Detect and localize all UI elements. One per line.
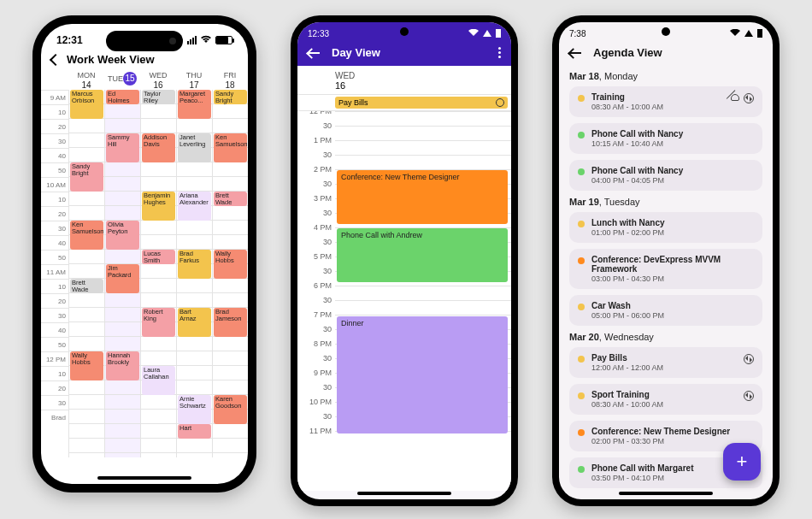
calendar-event[interactable]: Sammy Hill — [106, 133, 139, 162]
calendar-event[interactable]: Wally Hobbs — [70, 351, 103, 380]
allday-event-title: Pay Bills — [338, 98, 368, 107]
week-col-2[interactable]: Taylor RileyAddison DavisBenjamin Hughes… — [140, 90, 176, 457]
ios-time: 12:31 — [56, 34, 83, 46]
category-dot — [578, 257, 585, 264]
agenda-item[interactable]: Lunch with Nancy01:00 PM - 02:00 PM — [569, 212, 762, 243]
week-grid[interactable]: 9 AM102030405010 AM102030405011 AM102030… — [41, 90, 248, 457]
calendar-event[interactable]: Robert King — [142, 308, 175, 337]
calendar-event[interactable]: Lucas Smith — [142, 250, 175, 264]
wifi-icon — [200, 34, 212, 46]
loop-icon — [744, 354, 754, 364]
calendar-event[interactable]: Phone Call with Andrew — [337, 228, 508, 282]
battery-icon — [496, 29, 501, 38]
agenda-item[interactable]: Training08:30 AM - 10:00 AM — [569, 86, 762, 117]
agenda-item[interactable]: Phone Call with Nancy04:00 PM - 04:05 PM — [569, 160, 762, 191]
calendar-event[interactable]: Marcus Orbison — [70, 90, 103, 119]
wifi-icon — [468, 29, 479, 38]
calendar-event[interactable]: Laura Callahan — [142, 366, 175, 395]
category-dot — [578, 304, 585, 310]
calendar-event[interactable]: Arnie Schwartz — [178, 395, 211, 424]
android-agenda-frame: 7:38 Agenda View Mar 18, MondayTraining0… — [552, 15, 780, 506]
calendar-event[interactable]: Margaret Peaco... — [178, 90, 211, 119]
calendar-event[interactable]: Hannah Brookly — [106, 351, 139, 380]
agenda-item[interactable]: Car Wash05:00 PM - 06:00 PM — [569, 295, 762, 326]
calendar-event[interactable]: Olivia Peyton — [106, 221, 139, 250]
calendar-event[interactable]: Ken Samuelson — [70, 221, 103, 250]
weekday-mon[interactable]: MON14 — [68, 71, 104, 90]
plus-icon: + — [737, 451, 748, 473]
day-column-header: WED 16 — [297, 66, 511, 95]
category-dot — [578, 132, 585, 139]
weekday-thu[interactable]: THU17 — [176, 71, 212, 90]
agenda-list[interactable]: Mar 18, MondayTraining08:30 AM - 10:00 A… — [559, 66, 773, 492]
week-col-3[interactable]: Margaret Peaco...Janet LeverlingAriana A… — [176, 90, 212, 457]
fab-add-button[interactable]: + — [723, 443, 761, 481]
agenda-day-header: Mar 18, Monday — [569, 71, 762, 81]
calendar-event[interactable]: Brett Wade — [70, 279, 103, 293]
weekday-wed[interactable]: WED16 — [140, 71, 176, 90]
calendar-event[interactable]: Hart — [178, 424, 211, 439]
allday-event[interactable]: Pay Bills — [335, 97, 508, 109]
category-dot — [578, 429, 585, 436]
page-title: Agenda View — [593, 46, 662, 59]
agenda-day-header: Mar 20, Wednesday — [569, 332, 762, 342]
android-time: 7:38 — [569, 29, 585, 38]
home-indicator[interactable] — [357, 492, 451, 495]
time-gutter: 9 AM102030405010 AM102030405011 AM102030… — [41, 90, 68, 457]
weekday-fri[interactable]: FRI18 — [212, 71, 248, 90]
camera-punch — [400, 27, 409, 36]
page-title: Day View — [332, 46, 380, 59]
back-icon[interactable] — [308, 52, 320, 54]
weekday-tue[interactable]: TUE15 — [104, 71, 140, 90]
calendar-event[interactable]: Janet Leverling — [178, 133, 211, 162]
allday-row[interactable]: Pay Bills — [297, 95, 511, 111]
back-icon[interactable] — [569, 52, 581, 54]
calendar-event[interactable]: Brad Farkus — [178, 250, 211, 279]
calendar-event[interactable]: Bart Arnaz — [178, 308, 211, 337]
day-grid[interactable]: 12 PM301 PM302 PM303 PM304 PM305 PM306 P… — [297, 111, 511, 491]
battery-icon — [757, 29, 762, 38]
calendar-event[interactable]: Brett Wade — [214, 192, 247, 206]
calendar-event[interactable]: Ed Holmes — [106, 90, 139, 104]
home-indicator[interactable] — [619, 492, 713, 495]
back-icon[interactable] — [50, 53, 62, 65]
agenda-item[interactable]: Pay Bills12:00 AM - 12:00 AM — [569, 347, 762, 378]
calendar-event[interactable]: Ariana Alexander — [178, 192, 211, 221]
calendar-event[interactable]: Ken Samuelson — [214, 133, 247, 162]
calendar-event[interactable]: Jim Packard — [106, 264, 139, 293]
week-col-4[interactable]: Sandy BrightKen SamuelsonBrett WadeWally… — [212, 90, 248, 457]
calendar-event[interactable]: Taylor Riley — [142, 90, 175, 104]
agenda-item[interactable]: Phone Call with Nancy10:15 AM - 10:40 AM — [569, 123, 762, 154]
weekday-header: MON14TUE15WED16THU17FRI18 — [41, 71, 248, 90]
calendar-event[interactable]: Sandy Bright — [214, 90, 247, 104]
home-indicator[interactable] — [97, 476, 191, 480]
calendar-event[interactable]: Benjamin Hughes — [142, 192, 175, 221]
calendar-event[interactable]: Conference: New Theme Designer — [337, 170, 508, 224]
bell-icon — [730, 93, 740, 103]
cellular-icon — [483, 30, 491, 37]
loop-icon — [744, 391, 754, 401]
recurrence-icon — [496, 98, 504, 107]
overflow-menu-icon[interactable] — [498, 47, 501, 58]
agenda-item[interactable]: Sport Training08:30 AM - 10:00 AM — [569, 384, 762, 415]
dow-label: WED — [335, 71, 355, 80]
week-col-1[interactable]: Ed HolmesSammy HillOlivia PeytonJim Pack… — [104, 90, 140, 457]
calendar-event[interactable]: Dinner — [337, 316, 508, 433]
category-dot — [578, 466, 585, 473]
agenda-nav-header: Agenda View — [559, 41, 773, 66]
page-title: Work Week View — [67, 53, 155, 66]
category-dot — [578, 356, 585, 363]
week-columns[interactable]: Marcus OrbisonSandy BrightKen SamuelsonB… — [68, 90, 248, 457]
calendar-event[interactable]: Sandy Bright — [70, 162, 103, 192]
android-day-frame: 12:33 Day View WED 16 — [291, 15, 518, 506]
day-number: 16 — [335, 80, 345, 91]
calendar-event[interactable]: Karen Goodson — [214, 395, 247, 424]
category-dot — [578, 221, 585, 227]
week-col-0[interactable]: Marcus OrbisonSandy BrightKen SamuelsonB… — [68, 90, 104, 457]
cellular-icon — [187, 36, 197, 44]
calendar-event[interactable]: Wally Hobbs — [214, 250, 247, 279]
calendar-event[interactable]: Brad Jameson — [214, 308, 247, 337]
battery-icon — [215, 36, 232, 44]
calendar-event[interactable]: Addison Davis — [142, 133, 175, 162]
agenda-item[interactable]: Conference: DevExpress MVVM Framework03:… — [569, 249, 762, 289]
